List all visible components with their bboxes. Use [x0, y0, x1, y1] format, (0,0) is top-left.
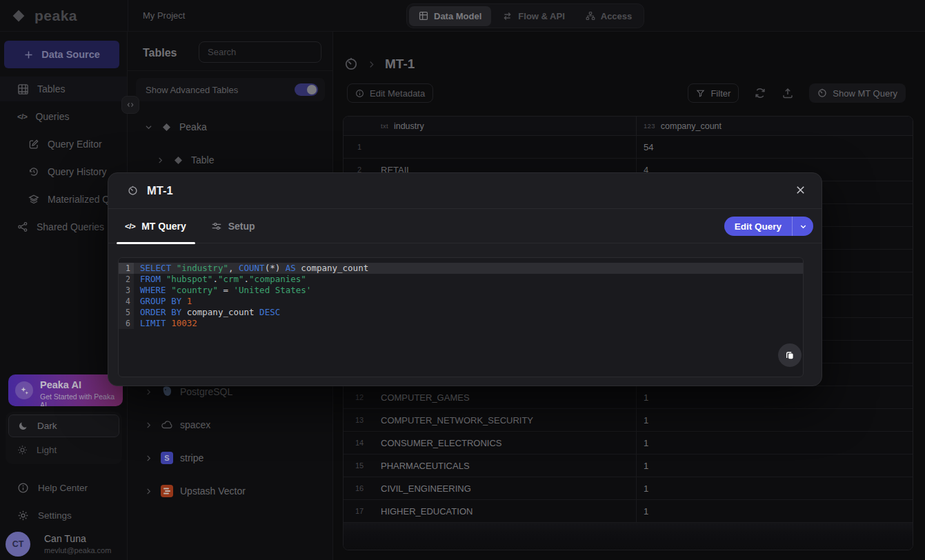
code-line-content: LIMIT 10032 — [134, 318, 197, 329]
chevron-right-icon[interactable] — [144, 487, 154, 496]
table-row[interactable]: 16 CIVIL_ENGINEERING 1 — [344, 477, 913, 500]
code-line-content: GROUP BY 1 — [134, 296, 192, 307]
sidebar-item-queries[interactable]: </> Queries — [0, 104, 128, 129]
tree-item-label: stripe — [180, 452, 203, 463]
peaka-ai-card[interactable]: Peaka AI Get Started with Peaka AI — [8, 374, 123, 406]
edit-query-label[interactable]: Edit Query — [724, 217, 792, 236]
code-line: 1SELECT "industry", COUNT(*) AS company_… — [119, 263, 803, 274]
tab-mt-query[interactable]: </> MT Query — [125, 221, 186, 232]
sidebar-item-query-editor[interactable]: Query Editor — [0, 132, 128, 157]
topbar-divider — [128, 0, 128, 31]
toggle-knob — [307, 85, 317, 94]
gear-icon — [17, 510, 29, 521]
top-bar: peaka My Project Data Model Flow & API — [0, 0, 925, 32]
table-footer — [344, 523, 913, 550]
table-toolbar: Filter Show MT Query — [688, 83, 906, 103]
theme-dark-option[interactable]: Dark — [8, 414, 119, 437]
add-data-source-button[interactable]: Data Source — [4, 41, 119, 68]
line-number: 5 — [119, 307, 134, 318]
cell-company-count: 1 — [637, 409, 913, 431]
cell-industry: HIGHER_EDUCATION — [375, 500, 637, 522]
show-mt-query-button[interactable]: Show MT Query — [809, 83, 906, 103]
cell-company-count: 1 — [637, 477, 913, 499]
row-number: 1 — [344, 143, 375, 151]
tree-item-label: PostgreSQL — [180, 386, 232, 397]
row-number: 13 — [344, 416, 375, 424]
code-line: 5ORDER BY company_count DESC — [119, 307, 803, 318]
settings-item[interactable]: Settings — [0, 503, 128, 528]
modal-tabs: </> MT Query Setup Edit Query — [108, 209, 822, 243]
stripe-icon: S — [161, 452, 173, 464]
user-name: Can Tuna — [44, 533, 86, 544]
table-row[interactable]: 13 COMPUTER_NETWORK_SECURITY 1 — [344, 409, 913, 432]
refresh-icon[interactable] — [754, 87, 766, 99]
tree-item-label: Table — [191, 154, 214, 166]
cloud-icon — [161, 419, 173, 431]
layers-icon — [28, 194, 39, 205]
chevron-right-icon[interactable] — [144, 388, 154, 397]
cell-company-count: 1 — [637, 454, 913, 477]
theme-light-option[interactable]: Light — [8, 439, 119, 461]
tab-setup[interactable]: Setup — [211, 221, 255, 232]
row-number: 14 — [344, 439, 375, 447]
column-header-industry[interactable]: txt industry — [375, 117, 637, 135]
row-number: 17 — [344, 507, 375, 515]
code-line: 6LIMIT 10032 — [119, 318, 803, 329]
data-model-icon — [419, 11, 428, 21]
mt-timer-icon — [817, 88, 827, 98]
table-row[interactable]: 14 CONSUMER_ELECTRONICS 1 — [344, 432, 913, 454]
cell-industry: CIVIL_ENGINEERING — [375, 477, 637, 499]
column-header-company-count[interactable]: 123 company_count — [637, 117, 913, 135]
peaka-logo: peaka — [10, 7, 77, 25]
modal-header: MT-1 — [108, 173, 822, 209]
brand-name: peaka — [34, 8, 77, 24]
avatar[interactable]: CT — [6, 532, 30, 557]
code-icon: </> — [17, 112, 27, 121]
edit-query-button: Edit Query — [724, 217, 813, 236]
sidebar-item-tables[interactable]: Tables — [0, 77, 128, 101]
tab-data-model[interactable]: Data Model — [409, 6, 491, 26]
edit-query-dropdown[interactable] — [793, 217, 813, 236]
table-row[interactable]: 17 HIGHER_EDUCATION 1 — [344, 500, 913, 523]
workspace-tabs: Data Model Flow & API Access — [406, 3, 644, 28]
peaka-ai-subtitle: Get Started with Peaka AI — [40, 392, 123, 406]
upstash-icon — [161, 485, 173, 497]
line-number: 2 — [119, 274, 134, 285]
chevron-right-icon[interactable] — [144, 421, 154, 430]
moon-icon — [18, 421, 28, 431]
chevron-right-icon[interactable] — [156, 156, 166, 165]
tree-item-upstash-vector[interactable]: Upstash Vector — [144, 483, 246, 499]
history-icon — [28, 166, 39, 177]
edit-metadata-button[interactable]: Edit Metadata — [347, 83, 433, 103]
tab-flow-api[interactable]: Flow & API — [493, 6, 574, 26]
tree-item-peaka[interactable]: Peaka — [144, 119, 207, 135]
code-line: 3WHERE "country" = 'United States' — [119, 285, 803, 296]
table-row[interactable]: 1 54 — [344, 136, 913, 159]
sidebar-collapse-handle[interactable] — [121, 96, 139, 114]
chevron-right-icon[interactable] — [144, 454, 154, 463]
table-row[interactable]: 15 PHARMACEUTICALS 1 — [344, 454, 913, 477]
postgres-icon — [161, 386, 173, 398]
sql-code-block[interactable]: 1SELECT "industry", COUNT(*) AS company_… — [118, 257, 804, 377]
filter-button[interactable]: Filter — [688, 83, 739, 103]
copy-icon[interactable] — [778, 343, 802, 367]
peaka-icon — [172, 154, 184, 166]
chevron-down-icon[interactable] — [144, 123, 154, 132]
access-icon — [586, 11, 595, 21]
row-number: 16 — [344, 484, 375, 492]
search-input[interactable] — [199, 41, 321, 63]
advanced-tables-toggle[interactable] — [295, 83, 318, 96]
tree-item-spacex[interactable]: spacex — [144, 417, 210, 433]
export-icon[interactable] — [782, 87, 794, 99]
tab-access[interactable]: Access — [576, 6, 642, 26]
help-center-item[interactable]: Help Center — [0, 475, 128, 500]
sql-code-lines: 1SELECT "industry", COUNT(*) AS company_… — [119, 263, 803, 329]
info-icon — [355, 89, 364, 98]
table-row[interactable]: 12 COMPUTER_GAMES 1 — [344, 386, 913, 409]
tree-item-table[interactable]: Table — [156, 152, 214, 168]
tree-item-stripe[interactable]: Sstripe — [144, 450, 203, 466]
cell-company-count: 1 — [637, 386, 913, 408]
close-icon[interactable] — [795, 184, 806, 196]
line-number: 3 — [119, 285, 134, 296]
code-line-content: FROM "hubspot"."crm"."companies" — [134, 274, 306, 285]
